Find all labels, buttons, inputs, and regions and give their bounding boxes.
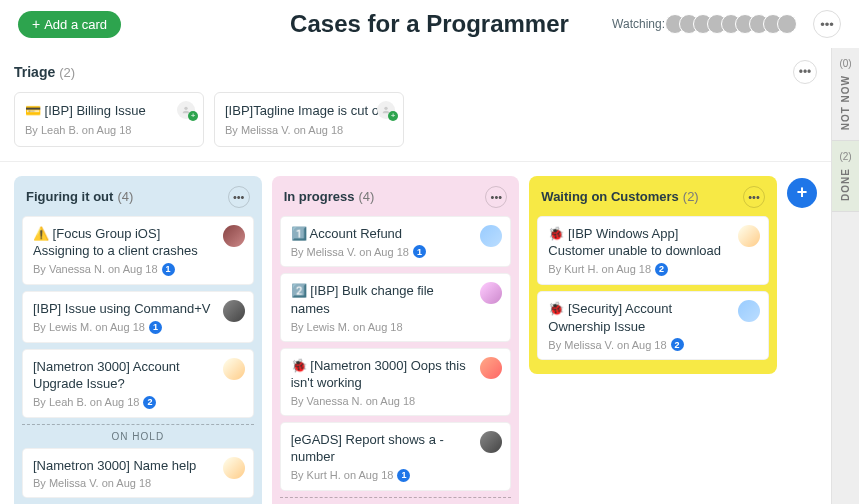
triage-section: Triage (2) ••• 💳 [IBP] Billing Issue By … [0, 48, 831, 162]
card[interactable]: [eGADS] Report shows a -number By Kurt H… [280, 422, 512, 491]
svg-point-1 [384, 107, 387, 110]
add-column-button[interactable]: + [787, 178, 817, 208]
card-byline: By Melissa V. on Aug 18 [33, 477, 243, 489]
watcher-avatar[interactable] [777, 14, 797, 34]
column-count: (4) [117, 189, 133, 204]
column-waiting: Waiting on Customers(2)••• 🐞 [IBP Window… [529, 176, 777, 374]
column-more-button[interactable]: ••• [228, 186, 250, 208]
card-title: [eGADS] Report shows a -number [291, 431, 501, 466]
rail-count: (2) [839, 151, 851, 162]
rail-section-not-now[interactable]: (0)NOT NOW [832, 48, 859, 141]
hold-separator: NOTHING'S ON HOLD [280, 497, 512, 504]
card-title: 1️⃣ Account Refund [291, 225, 501, 243]
main: Triage (2) ••• 💳 [IBP] Billing Issue By … [0, 48, 859, 504]
card[interactable]: 1️⃣ Account Refund By Melissa V. on Aug … [280, 216, 512, 268]
comment-badge: 1 [149, 321, 162, 334]
column-count: (4) [358, 189, 374, 204]
card-byline: By Melissa V. on Aug 18 2 [548, 338, 758, 351]
card-title: [IBP]Tagline Image is cut off [225, 103, 393, 120]
page-title: Cases for a Programmer [290, 10, 569, 38]
card-title: [Nametron 3000] Account Upgrade Issue? [33, 358, 243, 393]
card-byline: By Kurt H. on Aug 18 2 [548, 263, 758, 276]
plus-icon: + [32, 17, 40, 31]
triage-title: Triage [14, 64, 55, 80]
card[interactable]: [IBP] Issue using Command+V By Lewis M. … [22, 291, 254, 343]
comment-badge: 1 [162, 263, 175, 276]
assignee-avatar[interactable] [738, 300, 760, 322]
assignee-avatar[interactable] [738, 225, 760, 247]
card-title: 🐞 [Nametron 3000] Oops this isn't workin… [291, 357, 501, 392]
column-title: Waiting on Customers [541, 189, 678, 204]
card-byline: By Vanessa N. on Aug 18 [291, 395, 501, 407]
rail-section-done[interactable]: (2)DONE [832, 141, 859, 212]
svg-point-0 [184, 107, 187, 110]
assignee-avatar[interactable] [480, 225, 502, 247]
card-byline: By Melissa V. on Aug 18 1 [291, 245, 501, 258]
card-title: 🐞 [IBP Windows App] Customer unable to d… [548, 225, 758, 260]
header: + Add a card Cases for a Programmer Watc… [0, 0, 859, 48]
card-title: 2️⃣ [IBP] Bulk change file names [291, 282, 501, 317]
watcher-avatars[interactable] [671, 14, 797, 34]
card[interactable]: [Nametron 3000] Name help By Melissa V. … [22, 448, 254, 499]
card-title: [IBP] Issue using Command+V [33, 300, 243, 318]
watching-area: Watching: ••• [612, 10, 841, 38]
card-byline: By Leah B. on Aug 18 2 [33, 396, 243, 409]
column-header: Waiting on Customers(2)••• [537, 184, 769, 216]
rail-label: NOT NOW [840, 75, 851, 130]
card-title: [Nametron 3000] Name help [33, 457, 243, 475]
card-byline: By Lewis M. on Aug 18 1 [33, 321, 243, 334]
column-title: Figuring it out [26, 189, 113, 204]
card-byline: By Kurt H. on Aug 18 1 [291, 469, 501, 482]
card-byline: By Leah B. on Aug 18 [25, 124, 193, 136]
column-count: (2) [683, 189, 699, 204]
card[interactable]: ⚠️ [Focus Group iOS] Assigning to a clie… [22, 216, 254, 285]
column-header: Figuring it out(4)••• [22, 184, 254, 216]
comment-badge: 1 [413, 245, 426, 258]
comment-badge: 2 [143, 396, 156, 409]
triage-card[interactable]: [IBP]Tagline Image is cut off By Melissa… [214, 92, 404, 147]
header-more-button[interactable]: ••• [813, 10, 841, 38]
card-byline: By Melissa V. on Aug 18 [225, 124, 393, 136]
assignee-avatar[interactable] [480, 431, 502, 453]
assign-add-icon[interactable]: + [188, 111, 198, 121]
card[interactable]: 2️⃣ [IBP] Bulk change file names By Lewi… [280, 273, 512, 341]
side-rail: (0)NOT NOW(2)DONE [831, 48, 859, 504]
comment-badge: 2 [655, 263, 668, 276]
card-title: ⚠️ [Focus Group iOS] Assigning to a clie… [33, 225, 243, 260]
triage-cards: 💳 [IBP] Billing Issue By Leah B. on Aug … [14, 92, 817, 147]
card[interactable]: 🐞 [Nametron 3000] Oops this isn't workin… [280, 348, 512, 416]
card[interactable]: 🐞 [Security] Account Ownership Issue By … [537, 291, 769, 360]
column-inprogress: In progress(4)••• 1️⃣ Account Refund By … [272, 176, 520, 504]
column-title: In progress [284, 189, 355, 204]
assignee-avatar[interactable] [223, 457, 245, 479]
card[interactable]: [Nametron 3000] Account Upgrade Issue? B… [22, 349, 254, 418]
card-title: 💳 [IBP] Billing Issue [25, 103, 193, 120]
assignee-avatar[interactable] [223, 358, 245, 380]
assignee-avatar[interactable] [223, 225, 245, 247]
column-more-button[interactable]: ••• [485, 186, 507, 208]
column-header: In progress(4)••• [280, 184, 512, 216]
card-byline: By Lewis M. on Aug 18 [291, 321, 501, 333]
comment-badge: 2 [671, 338, 684, 351]
card[interactable]: 🐞 [IBP Windows App] Customer unable to d… [537, 216, 769, 285]
board: Triage (2) ••• 💳 [IBP] Billing Issue By … [0, 48, 831, 504]
columns: Figuring it out(4)••• ⚠️ [Focus Group iO… [0, 162, 831, 504]
hold-separator: ON HOLD [22, 424, 254, 448]
rail-label: DONE [840, 168, 851, 201]
add-card-button[interactable]: + Add a card [18, 11, 121, 38]
column-more-button[interactable]: ••• [743, 186, 765, 208]
triage-header: Triage (2) ••• [14, 56, 817, 92]
triage-more-button[interactable]: ••• [793, 60, 817, 84]
rail-count: (0) [839, 58, 851, 69]
assignee-avatar[interactable] [480, 357, 502, 379]
watching-label: Watching: [612, 17, 665, 31]
card-title: 🐞 [Security] Account Ownership Issue [548, 300, 758, 335]
triage-card[interactable]: 💳 [IBP] Billing Issue By Leah B. on Aug … [14, 92, 204, 147]
card-byline: By Vanessa N. on Aug 18 1 [33, 263, 243, 276]
add-card-label: Add a card [44, 17, 107, 32]
comment-badge: 1 [397, 469, 410, 482]
assignee-avatar[interactable] [223, 300, 245, 322]
assign-add-icon[interactable]: + [388, 111, 398, 121]
column-figuring: Figuring it out(4)••• ⚠️ [Focus Group iO… [14, 176, 262, 504]
triage-count: (2) [59, 65, 75, 80]
